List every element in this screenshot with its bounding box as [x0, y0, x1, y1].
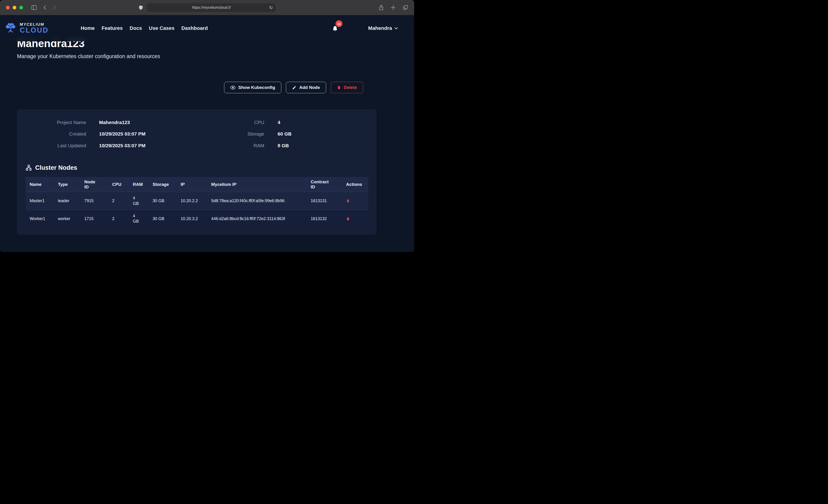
cell-cpu: 2 — [108, 210, 129, 228]
cell-actions — [342, 192, 368, 210]
col-header-mycelium-ip: Mycelium IP — [207, 177, 306, 192]
detail-label: Last Updated — [17, 143, 86, 149]
detail-label: Storage — [215, 131, 264, 137]
cell-storage: 30 GB — [149, 192, 176, 210]
detail-row-last-updated: Last Updated 10/29/2025 03:07 PM — [17, 143, 215, 149]
detail-value: 4 — [278, 120, 280, 125]
chevron-down-icon — [395, 27, 398, 30]
window-controls — [6, 6, 23, 9]
nav-item-features[interactable]: Features — [101, 25, 123, 31]
cell-type: worker — [54, 210, 80, 228]
detail-value: 10/29/2025 03:07 PM — [99, 143, 146, 149]
delete-cluster-button[interactable]: Delete — [331, 82, 363, 93]
add-node-label: Add Node — [299, 85, 320, 90]
delete-label: Delete — [344, 85, 357, 90]
cluster-nodes-title: Cluster Nodes — [35, 164, 77, 171]
col-header-cpu: CPU — [108, 177, 129, 192]
delete-node-button[interactable] — [346, 217, 350, 221]
col-header-ram: RAM — [129, 177, 149, 192]
detail-row-ram: RAM 8 GB — [215, 143, 292, 149]
address-bar[interactable]: https://myceliumcloud.tf ↻ — [147, 3, 276, 12]
cluster-nodes-heading: Cluster Nodes — [26, 164, 376, 171]
back-button-icon[interactable] — [43, 5, 46, 10]
trash-icon — [337, 85, 341, 90]
cluster-details-card: Project Name Mahendra123 Created 10/29/2… — [17, 110, 376, 235]
cell-node-id: 1715 — [80, 210, 108, 228]
cell-storage: 30 GB — [149, 210, 176, 228]
add-node-button[interactable]: Add Node — [286, 82, 326, 93]
cell-name: Master1 — [26, 192, 54, 210]
cell-contract-id: 1613131 — [306, 192, 342, 210]
col-header-ip: IP — [176, 177, 207, 192]
detail-value: 8 GB — [278, 143, 289, 149]
detail-label: Created — [17, 131, 86, 137]
cell-name: Worker1 — [26, 210, 54, 228]
mycelium-logo-icon — [4, 22, 17, 35]
detail-value: 10/29/2025 03:07 PM — [99, 131, 146, 137]
sidebar-toggle-icon[interactable] — [31, 5, 37, 10]
logo[interactable]: MYCELIUM CLOUD — [4, 22, 48, 35]
browser-window: https://myceliumcloud.tf ↻ Mahendra123 — [0, 0, 414, 252]
detail-row-project-name: Project Name Mahendra123 — [17, 120, 215, 125]
logo-text-line2: CLOUD — [20, 27, 48, 34]
trash-icon — [346, 217, 350, 221]
show-kubeconfig-button[interactable]: Show Kubeconfig — [224, 82, 281, 93]
delete-node-button[interactable] — [346, 199, 350, 203]
cluster-nodes-table: Name Type Node ID CPU RAM Storage IP Myc… — [26, 177, 368, 228]
shield-icon[interactable] — [138, 5, 143, 10]
col-header-contract-id: Contract ID — [306, 177, 342, 192]
forward-button-icon[interactable] — [53, 5, 56, 10]
main-nav: Home Features Docs Use Cases Dashboard — [81, 25, 208, 31]
refresh-icon[interactable]: ↻ — [270, 5, 273, 10]
col-header-actions: Actions — [342, 177, 368, 192]
cell-actions — [342, 210, 368, 228]
cell-ram: 4 GB — [129, 192, 149, 210]
nav-item-home[interactable]: Home — [81, 25, 95, 31]
detail-row-cpu: CPU 4 — [215, 120, 292, 125]
address-bar-url: https://myceliumcloud.tf — [192, 5, 231, 10]
detail-value: 60 GB — [278, 131, 292, 137]
cell-ip: 10.20.2.2 — [176, 192, 207, 210]
col-header-name: Name — [26, 177, 54, 192]
cell-mycelium-ip: 446:d2a6:8bcd:8c16:ff0f:72e2:3114:863f — [207, 210, 306, 228]
site-header: MYCELIUM CLOUD Home Features Docs Use Ca… — [0, 15, 414, 41]
cell-mycelium-ip: 5d8:78ea:a120:f40c:ff0f:a5fe:99e6:8b96 — [207, 192, 306, 210]
detail-value: Mahendra123 — [99, 120, 130, 125]
pencil-icon — [292, 85, 296, 90]
page-content: Mahendra123 — [0, 15, 414, 252]
col-header-node-id: Node ID — [80, 177, 108, 192]
nav-item-docs[interactable]: Docs — [130, 25, 142, 31]
notification-count-badge: 11 — [335, 20, 342, 27]
user-menu[interactable]: Mahendra — [368, 25, 398, 31]
cell-ip: 10.20.3.2 — [176, 210, 207, 228]
cell-contract-id: 1613132 — [306, 210, 342, 228]
eye-icon — [230, 86, 236, 90]
nav-item-use-cases[interactable]: Use Cases — [149, 25, 174, 31]
close-window-button[interactable] — [6, 6, 10, 9]
browser-chrome: https://myceliumcloud.tf ↻ — [0, 0, 414, 15]
user-name: Mahendra — [368, 25, 392, 31]
detail-label: CPU — [215, 120, 264, 125]
page-subtitle: Manage your Kubernetes cluster configura… — [17, 53, 160, 59]
cell-type: leader — [54, 192, 80, 210]
share-icon[interactable] — [379, 5, 384, 10]
table-row: Worker1 worker 1715 2 4 GB 30 GB 10.20.3… — [26, 210, 368, 228]
logo-text-line1: MYCELIUM — [20, 23, 48, 27]
cell-node-id: 7915 — [80, 192, 108, 210]
cluster-actions: Show Kubeconfig Add Node Delete — [224, 82, 363, 93]
detail-label: RAM — [215, 143, 264, 149]
detail-row-created: Created 10/29/2025 03:07 PM — [17, 131, 215, 137]
detail-label: Project Name — [17, 120, 86, 125]
table-header-row: Name Type Node ID CPU RAM Storage IP Myc… — [26, 177, 368, 192]
show-kubeconfig-label: Show Kubeconfig — [238, 85, 275, 90]
col-header-storage: Storage — [149, 177, 176, 192]
minimize-window-button[interactable] — [13, 6, 16, 9]
nav-item-dashboard[interactable]: Dashboard — [181, 25, 208, 31]
new-tab-icon[interactable] — [391, 5, 396, 10]
col-header-type: Type — [54, 177, 80, 192]
tab-overview-icon[interactable] — [403, 5, 408, 10]
detail-row-storage: Storage 60 GB — [215, 131, 292, 137]
cell-cpu: 2 — [108, 192, 129, 210]
zoom-window-button[interactable] — [19, 6, 23, 9]
notifications-button[interactable]: 11 — [332, 25, 338, 32]
